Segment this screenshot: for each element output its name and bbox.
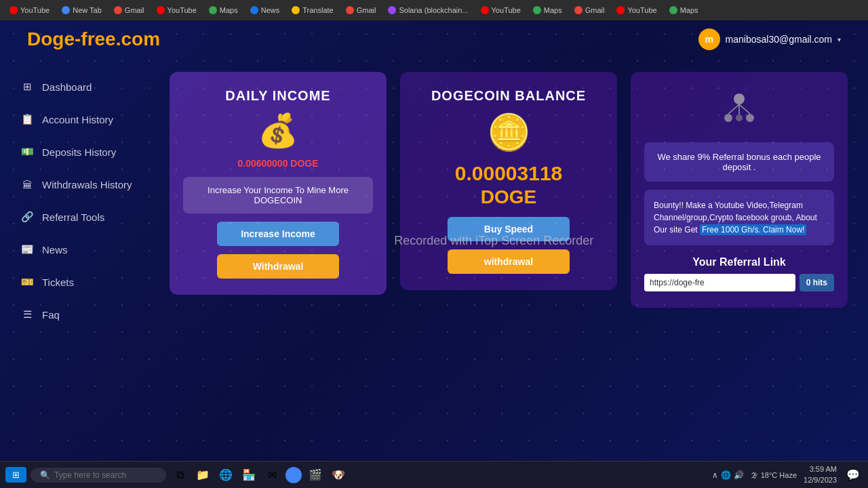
sidebar-label-withdrawals: Withdrawals History [42, 179, 132, 190]
referral-bonus-box: We share 9% Referral bonus each people d… [644, 142, 834, 182]
referral-link-row: 0 hits [644, 274, 834, 291]
sidebar-label-referral-tools: Referral Tools [42, 211, 104, 223]
favicon-yt2 [157, 6, 165, 14]
windows-icon: ⊞ [12, 470, 20, 480]
avatar: m [698, 28, 720, 50]
user-section[interactable]: m manibosal30@gmail.com ▾ [698, 28, 841, 50]
tab-gmail-1[interactable]: Gmail [110, 5, 149, 16]
cards-area: DAILY INCOME 💰 0.00600000 DOGE Increase … [163, 58, 868, 461]
tab-youtube-3[interactable]: YouTube [477, 5, 525, 16]
search-input[interactable] [54, 470, 149, 480]
favicon-maps1 [209, 6, 217, 14]
sidebar-label-account-history: Account History [42, 114, 113, 125]
speaker-icon: 🔊 [734, 470, 744, 480]
favicon-maps2 [533, 6, 541, 14]
referral-tools-icon: 🔗 [20, 210, 34, 224]
tab-youtube-1[interactable]: YouTube [5, 5, 54, 16]
hits-badge: 0 hits [800, 274, 834, 291]
bounty-highlight-1: Free 1000 Gh/s. Claim Now! [700, 224, 806, 235]
chevron-up-icon[interactable]: ∧ [712, 470, 718, 480]
weather-widget: 🌫 18°C Haze [751, 471, 797, 479]
favicon-news [250, 6, 258, 14]
withdrawal-button-income[interactable]: Withdrawal [217, 254, 339, 279]
tab-maps-2[interactable]: Maps [529, 5, 566, 16]
sidebar-label-faq: Faq [42, 309, 60, 321]
income-money-icon: 💰 [258, 112, 298, 150]
sidebar-item-news[interactable]: 📰 News [0, 235, 163, 264]
buy-speed-button[interactable]: Buy Speed [448, 217, 570, 241]
news-icon: 📰 [20, 243, 34, 256]
favicon-maps3 [669, 6, 677, 14]
favicon-solana [388, 6, 396, 14]
tab-gmail-3[interactable]: Gmail [570, 5, 609, 16]
notification-icon[interactable]: 💬 [844, 466, 863, 485]
tab-solana[interactable]: Solana (blockchain... [384, 5, 472, 16]
daily-income-card: DAILY INCOME 💰 0.00600000 DOGE Increase … [170, 72, 387, 295]
account-history-icon: 📋 [20, 113, 34, 126]
dashboard-icon: ⊞ [20, 80, 34, 94]
tab-newtab[interactable]: New Tab [58, 5, 106, 16]
tab-youtube-2[interactable]: YouTube [153, 5, 201, 16]
weather-text: 18°C Haze [761, 471, 797, 479]
store-icon[interactable]: 🏪 [239, 466, 258, 485]
chrome-icon[interactable] [285, 467, 302, 483]
taskbar-search[interactable]: 🔍 [31, 468, 166, 483]
tab-maps-3[interactable]: Maps [665, 5, 703, 16]
sidebar-item-tickets[interactable]: 🎫 Tickets [0, 267, 163, 297]
svg-point-0 [734, 94, 745, 104]
system-icons: ∧ 🌐 🔊 [712, 470, 744, 480]
tab-maps-1[interactable]: Maps [205, 5, 242, 16]
sidebar-label-dashboard: Dashboard [42, 81, 92, 93]
deposits-icon: 💵 [20, 145, 34, 159]
taskbar: ⊞ 🔍 ⧉ 📁 🌐 🏪 ✉ 🎬 🐶 ∧ 🌐 🔊 🌫 18°C Haze 3:59… [0, 461, 868, 488]
tab-news[interactable]: News [246, 5, 284, 16]
search-icon: 🔍 [40, 470, 50, 480]
tab-youtube-4[interactable]: YouTube [612, 5, 660, 16]
sidebar-item-faq[interactable]: ☰ Faq [0, 300, 163, 329]
header: Doge-free.com m manibosal30@gmail.com ▾ [0, 20, 868, 58]
page-content: Recorded with iTop Screen Recorder Doge-… [0, 20, 868, 461]
svg-line-4 [728, 104, 739, 114]
sidebar-item-withdrawals-history[interactable]: 🏛 Withdrawals History [0, 169, 163, 199]
main-layout: ⊞ Dashboard 📋 Account History 💵 Deposits… [0, 58, 868, 461]
app-icon-2[interactable]: 🐶 [329, 466, 348, 485]
favicon-translate [292, 6, 300, 14]
bounty-box: Bounty!! Make a Youtube Video,Telegram C… [644, 190, 834, 245]
sidebar-item-referral-tools[interactable]: 🔗 Referral Tools [0, 202, 163, 232]
favicon-gmail3 [574, 6, 583, 14]
referral-link-label: Your Referral Link [644, 256, 834, 268]
increase-income-button[interactable]: Increase Income [217, 222, 339, 246]
sidebar-item-dashboard[interactable]: ⊞ Dashboard [0, 72, 163, 102]
tab-translate[interactable]: Translate [288, 5, 337, 16]
dogecoin-balance-card: DOGECOIN BALANCE 🪙 0.00003118 DOGE Buy S… [400, 72, 617, 290]
sidebar: ⊞ Dashboard 📋 Account History 💵 Deposits… [0, 58, 163, 461]
doge-coin-icon: 🪙 [487, 112, 531, 153]
referral-link-input[interactable] [644, 274, 795, 291]
mail-icon[interactable]: ✉ [262, 466, 281, 485]
file-explorer-icon[interactable]: 📁 [193, 466, 212, 485]
dogecoin-balance-title: DOGECOIN BALANCE [431, 88, 586, 104]
sidebar-item-account-history[interactable]: 📋 Account History [0, 104, 163, 134]
time-display: 3:59 AM [804, 464, 837, 474]
edge-icon[interactable]: 🌐 [216, 466, 235, 485]
user-email: manibosal30@gmail.com [726, 34, 832, 45]
sidebar-item-deposits-history[interactable]: 💵 Deposits History [0, 137, 163, 167]
income-amount: 0.00600000 DOGE [237, 158, 318, 169]
tab-gmail-2[interactable]: Gmail [342, 5, 380, 16]
svg-line-5 [739, 104, 750, 114]
withdrawal-button-doge[interactable]: withdrawal [448, 249, 570, 274]
date-display: 12/9/2023 [804, 475, 837, 485]
svg-point-3 [736, 115, 743, 121]
app-icon-1[interactable]: 🎬 [306, 466, 325, 485]
referral-card: We share 9% Referral bonus each people d… [631, 72, 848, 308]
taskbar-right: ∧ 🌐 🔊 🌫 18°C Haze 3:59 AM 12/9/2023 💬 [712, 464, 863, 485]
chevron-down-icon[interactable]: ▾ [837, 36, 841, 43]
start-button[interactable]: ⊞ [5, 467, 26, 483]
task-view-icon[interactable]: ⧉ [170, 466, 189, 485]
favicon-chrome [62, 6, 70, 14]
svg-point-1 [724, 114, 732, 122]
site-logo[interactable]: Doge-free.com [27, 28, 160, 50]
tickets-icon: 🎫 [20, 275, 34, 289]
sidebar-label-deposits: Deposits History [42, 146, 116, 158]
doge-amount: 0.00003118 DOGE [455, 161, 563, 209]
